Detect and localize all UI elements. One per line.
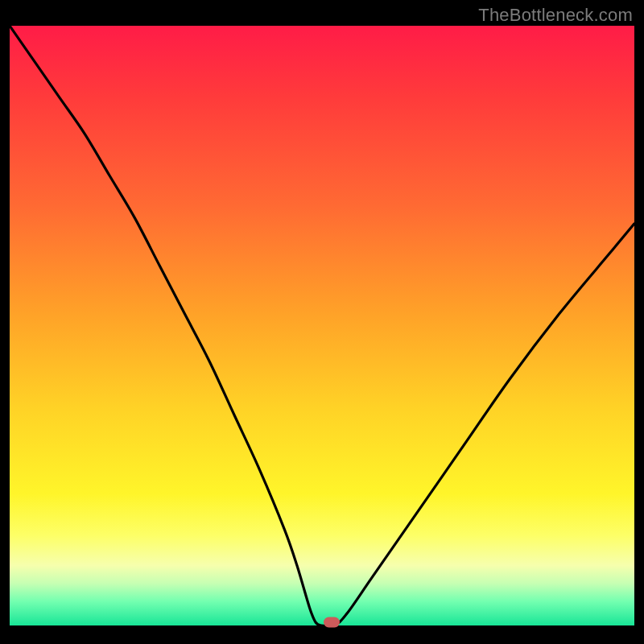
optimal-marker xyxy=(324,617,340,628)
watermark-text: TheBottleneck.com xyxy=(478,5,633,26)
bottleneck-curve xyxy=(10,26,634,625)
chart-frame xyxy=(10,26,634,634)
